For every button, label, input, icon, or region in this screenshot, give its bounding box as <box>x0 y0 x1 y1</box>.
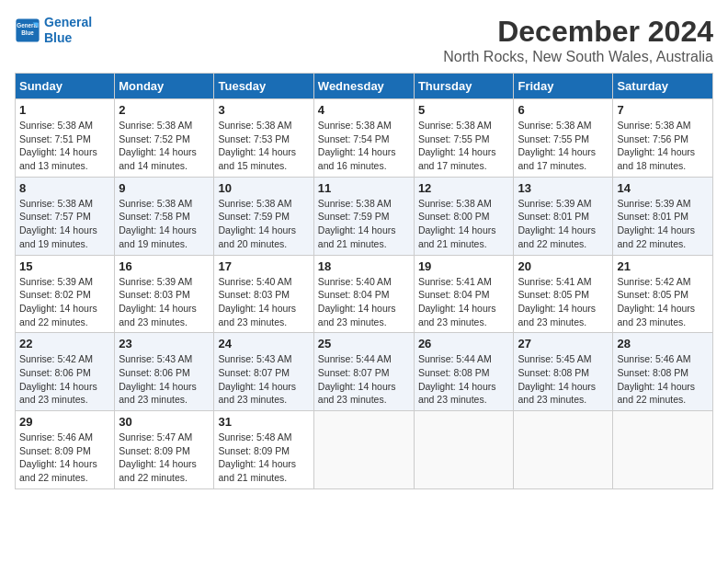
day-info: Sunrise: 5:46 AM Sunset: 8:09 PM Dayligh… <box>19 431 110 485</box>
day-info: Sunrise: 5:39 AM Sunset: 8:02 PM Dayligh… <box>19 275 110 329</box>
header-row: SundayMondayTuesdayWednesdayThursdayFrid… <box>16 74 713 99</box>
month-title: December 2024 <box>443 15 713 49</box>
day-number: 4 <box>318 103 410 117</box>
day-number: 30 <box>119 415 210 429</box>
day-cell: 25Sunrise: 5:44 AM Sunset: 8:07 PM Dayli… <box>313 333 414 411</box>
day-cell: 4Sunrise: 5:38 AM Sunset: 7:54 PM Daylig… <box>313 99 414 178</box>
day-info: Sunrise: 5:38 AM Sunset: 7:56 PM Dayligh… <box>617 119 709 173</box>
day-number: 16 <box>119 259 210 273</box>
day-info: Sunrise: 5:38 AM Sunset: 7:54 PM Dayligh… <box>318 119 410 173</box>
day-cell: 13Sunrise: 5:39 AM Sunset: 8:01 PM Dayli… <box>514 177 613 255</box>
day-info: Sunrise: 5:44 AM Sunset: 8:08 PM Dayligh… <box>418 352 510 407</box>
day-info: Sunrise: 5:38 AM Sunset: 8:00 PM Dayligh… <box>418 197 510 251</box>
day-number: 3 <box>218 103 309 117</box>
day-cell: 18Sunrise: 5:40 AM Sunset: 8:04 PM Dayli… <box>313 255 414 333</box>
day-number: 31 <box>218 415 309 429</box>
day-cell <box>414 411 514 489</box>
week-row-4: 22Sunrise: 5:42 AM Sunset: 8:06 PM Dayli… <box>16 333 713 411</box>
header-cell-tuesday: Tuesday <box>214 74 313 99</box>
day-info: Sunrise: 5:40 AM Sunset: 8:04 PM Dayligh… <box>318 275 410 329</box>
location-title: North Rocks, New South Wales, Australia <box>443 49 713 65</box>
day-cell <box>613 411 713 489</box>
day-number: 7 <box>617 103 709 117</box>
day-info: Sunrise: 5:39 AM Sunset: 8:01 PM Dayligh… <box>617 197 709 251</box>
day-cell: 7Sunrise: 5:38 AM Sunset: 7:56 PM Daylig… <box>613 99 713 178</box>
day-number: 28 <box>617 337 709 350</box>
day-cell: 14Sunrise: 5:39 AM Sunset: 8:01 PM Dayli… <box>613 177 713 255</box>
day-cell: 30Sunrise: 5:47 AM Sunset: 8:09 PM Dayli… <box>115 411 214 489</box>
week-row-2: 8Sunrise: 5:38 AM Sunset: 7:57 PM Daylig… <box>16 177 713 255</box>
day-cell: 11Sunrise: 5:38 AM Sunset: 7:59 PM Dayli… <box>313 177 414 255</box>
day-info: Sunrise: 5:47 AM Sunset: 8:09 PM Dayligh… <box>119 431 210 485</box>
header-cell-thursday: Thursday <box>414 74 514 99</box>
day-cell: 22Sunrise: 5:42 AM Sunset: 8:06 PM Dayli… <box>16 333 115 411</box>
day-number: 19 <box>418 259 510 273</box>
day-info: Sunrise: 5:38 AM Sunset: 7:58 PM Dayligh… <box>119 197 210 251</box>
day-number: 26 <box>418 337 510 350</box>
day-number: 1 <box>19 103 110 117</box>
day-number: 25 <box>318 337 410 350</box>
day-cell <box>313 411 414 489</box>
day-cell: 2Sunrise: 5:38 AM Sunset: 7:52 PM Daylig… <box>115 99 214 178</box>
day-info: Sunrise: 5:43 AM Sunset: 8:07 PM Dayligh… <box>218 352 309 407</box>
week-row-1: 1Sunrise: 5:38 AM Sunset: 7:51 PM Daylig… <box>16 99 713 178</box>
day-cell: 19Sunrise: 5:41 AM Sunset: 8:04 PM Dayli… <box>414 255 514 333</box>
day-info: Sunrise: 5:48 AM Sunset: 8:09 PM Dayligh… <box>218 431 309 485</box>
day-number: 15 <box>19 259 110 273</box>
header: General Blue General Blue December 2024 … <box>15 15 713 65</box>
day-info: Sunrise: 5:38 AM Sunset: 7:59 PM Dayligh… <box>218 197 309 251</box>
day-cell: 17Sunrise: 5:40 AM Sunset: 8:03 PM Dayli… <box>214 255 313 333</box>
day-cell: 20Sunrise: 5:41 AM Sunset: 8:05 PM Dayli… <box>514 255 613 333</box>
week-row-3: 15Sunrise: 5:39 AM Sunset: 8:02 PM Dayli… <box>16 255 713 333</box>
day-number: 8 <box>19 181 110 195</box>
day-number: 29 <box>19 415 110 429</box>
day-cell: 6Sunrise: 5:38 AM Sunset: 7:55 PM Daylig… <box>514 99 613 178</box>
day-cell: 12Sunrise: 5:38 AM Sunset: 8:00 PM Dayli… <box>414 177 514 255</box>
day-number: 27 <box>518 337 609 350</box>
day-info: Sunrise: 5:42 AM Sunset: 8:06 PM Dayligh… <box>19 352 110 407</box>
header-cell-monday: Monday <box>115 74 214 99</box>
day-cell: 9Sunrise: 5:38 AM Sunset: 7:58 PM Daylig… <box>115 177 214 255</box>
day-cell: 5Sunrise: 5:38 AM Sunset: 7:55 PM Daylig… <box>414 99 514 178</box>
logo: General Blue General Blue <box>15 15 92 46</box>
header-cell-friday: Friday <box>514 74 613 99</box>
calendar-table: SundayMondayTuesdayWednesdayThursdayFrid… <box>15 73 713 489</box>
day-info: Sunrise: 5:39 AM Sunset: 8:03 PM Dayligh… <box>119 275 210 329</box>
title-section: December 2024 North Rocks, New South Wal… <box>443 15 713 65</box>
day-number: 21 <box>617 259 709 273</box>
day-cell: 1Sunrise: 5:38 AM Sunset: 7:51 PM Daylig… <box>16 99 115 178</box>
day-info: Sunrise: 5:45 AM Sunset: 8:08 PM Dayligh… <box>518 352 609 407</box>
day-info: Sunrise: 5:42 AM Sunset: 8:05 PM Dayligh… <box>617 275 709 329</box>
day-info: Sunrise: 5:46 AM Sunset: 8:08 PM Dayligh… <box>617 352 709 407</box>
logo-icon: General Blue <box>15 17 40 43</box>
logo-text: General Blue <box>44 15 92 46</box>
day-cell <box>514 411 613 489</box>
day-cell: 26Sunrise: 5:44 AM Sunset: 8:08 PM Dayli… <box>414 333 514 411</box>
day-cell: 21Sunrise: 5:42 AM Sunset: 8:05 PM Dayli… <box>613 255 713 333</box>
week-row-5: 29Sunrise: 5:46 AM Sunset: 8:09 PM Dayli… <box>16 411 713 489</box>
day-number: 5 <box>418 103 510 117</box>
day-info: Sunrise: 5:38 AM Sunset: 7:57 PM Dayligh… <box>19 197 110 251</box>
logo-line1: General <box>44 15 92 29</box>
day-number: 9 <box>119 181 210 195</box>
day-number: 22 <box>19 337 110 350</box>
day-number: 20 <box>518 259 609 273</box>
day-number: 12 <box>418 181 510 195</box>
day-cell: 29Sunrise: 5:46 AM Sunset: 8:09 PM Dayli… <box>16 411 115 489</box>
day-cell: 16Sunrise: 5:39 AM Sunset: 8:03 PM Dayli… <box>115 255 214 333</box>
day-cell: 27Sunrise: 5:45 AM Sunset: 8:08 PM Dayli… <box>514 333 613 411</box>
day-info: Sunrise: 5:43 AM Sunset: 8:06 PM Dayligh… <box>119 352 210 407</box>
day-number: 14 <box>617 181 709 195</box>
day-info: Sunrise: 5:41 AM Sunset: 8:05 PM Dayligh… <box>518 275 609 329</box>
day-info: Sunrise: 5:38 AM Sunset: 7:51 PM Dayligh… <box>19 119 110 173</box>
day-number: 6 <box>518 103 609 117</box>
day-info: Sunrise: 5:38 AM Sunset: 7:55 PM Dayligh… <box>418 119 510 173</box>
day-info: Sunrise: 5:44 AM Sunset: 8:07 PM Dayligh… <box>318 352 410 407</box>
day-cell: 3Sunrise: 5:38 AM Sunset: 7:53 PM Daylig… <box>214 99 313 178</box>
day-number: 17 <box>218 259 309 273</box>
day-info: Sunrise: 5:38 AM Sunset: 7:52 PM Dayligh… <box>119 119 210 173</box>
day-cell: 15Sunrise: 5:39 AM Sunset: 8:02 PM Dayli… <box>16 255 115 333</box>
day-info: Sunrise: 5:38 AM Sunset: 7:55 PM Dayligh… <box>518 119 609 173</box>
day-info: Sunrise: 5:38 AM Sunset: 7:53 PM Dayligh… <box>218 119 309 173</box>
day-info: Sunrise: 5:38 AM Sunset: 7:59 PM Dayligh… <box>318 197 410 251</box>
